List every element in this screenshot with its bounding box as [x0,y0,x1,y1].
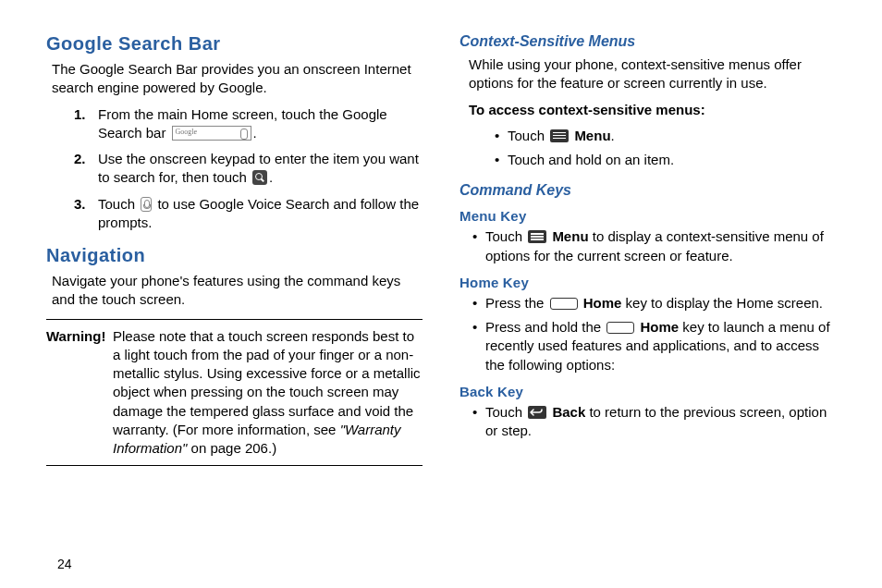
heading-context-menus: Context-Sensitive Menus [459,33,836,50]
navigation-intro-text: Navigate your phone's features using the… [52,272,423,310]
heading-command-keys: Command Keys [459,182,836,199]
context-intro-text: While using your phone, context-sensitiv… [469,55,836,93]
home-key-bullet-1: Press the Home key to display the Home s… [472,294,836,312]
back-icon [528,406,546,419]
google-intro-text: The Google Search Bar provides you an on… [52,60,423,98]
context-access-label: To access context-sensitive menus: [469,101,836,119]
menu-b1-menu: Menu [552,228,588,244]
step-3-text: Touch [98,196,139,212]
back-key-bullet-1: Touch Back to return to the previous scr… [472,403,836,441]
ctx-b1-b: . [611,128,615,143]
heading-google-search-bar: Google Search Bar [46,33,423,55]
step-2: 2. Use the onscreen keypad to enter the … [74,150,423,188]
home-key-bullets: Press the Home key to display the Home s… [472,294,836,374]
step-1: 1. From the main Home screen, touch the … [74,105,423,143]
home-b1-b: key to display the Home screen. [621,295,823,311]
home-key-bullet-2: Press and hold the Home key to launch a … [472,318,836,374]
context-bullets: Touch Menu. Touch and hold on an item. [495,127,836,170]
menu-icon [528,230,546,243]
search-icon [252,170,267,185]
heading-navigation: Navigation [46,245,423,266]
home-b2-home: Home [640,319,679,335]
home-key-icon [550,298,578,310]
context-bullet-2: Touch and hold on an item. [495,151,836,169]
step-number: 2. [74,150,98,188]
home-b1-home: Home [583,295,622,311]
step-number: 3. [74,195,98,233]
menu-key-bullet-1: Touch Menu to display a context-sensitiv… [472,227,836,265]
home-b1-a: Press the [485,295,548,311]
ctx-b1-a: Touch [508,128,548,143]
menu-b1-a: Touch [485,228,526,244]
heading-menu-key: Menu Key [459,208,836,224]
right-column: Context-Sensitive Menus While using your… [459,33,836,466]
heading-back-key: Back Key [459,384,836,399]
back-b1-back: Back [552,404,585,420]
warning-label: Warning! [46,327,109,459]
left-column: Google Search Bar The Google Search Bar … [46,33,423,466]
google-steps-list: 1. From the main Home screen, touch the … [74,105,423,233]
ctx-b1-menu: Menu [574,128,610,143]
step-2-text-end: . [269,169,273,185]
page-number: 24 [57,557,72,571]
step-3: 3. Touch to use Google Voice Search and … [74,195,423,233]
warning-block: Warning! Please note that a touch screen… [46,319,423,467]
back-key-bullets: Touch Back to return to the previous scr… [472,403,836,441]
context-bullet-1: Touch Menu. [495,127,836,145]
warning-text-b: on page 206.) [187,440,276,456]
step-1-text-end: . [253,125,257,141]
back-b1-a: Touch [485,404,526,420]
home-b2-a: Press and hold the [485,319,605,335]
heading-home-key: Home Key [459,275,836,290]
step-number: 1. [74,105,98,143]
microphone-icon [141,197,152,212]
google-search-bar-icon [172,126,251,141]
menu-icon [550,129,569,142]
menu-key-bullets: Touch Menu to display a context-sensitiv… [472,227,836,265]
home-key-icon [606,322,634,334]
